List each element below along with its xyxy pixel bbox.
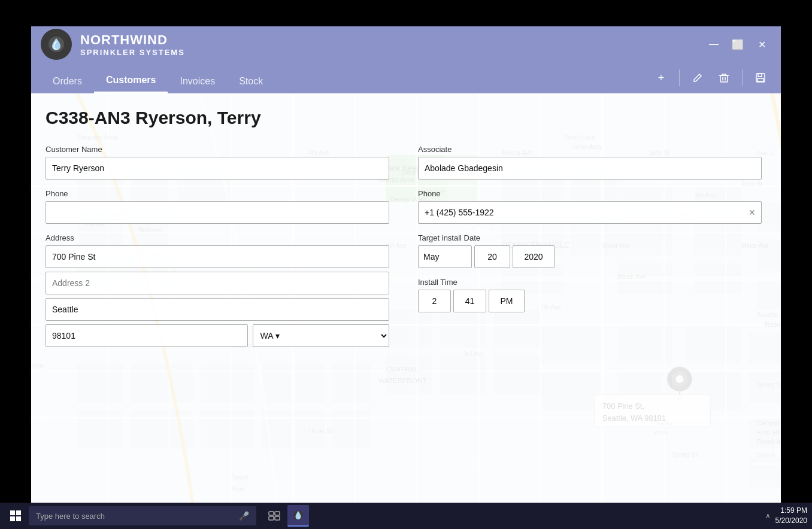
- form-right-col: Associate Phone ✕ Target install Date: [418, 145, 762, 357]
- svg-rect-138: [10, 510, 15, 515]
- phone-right-label: Phone: [418, 189, 762, 198]
- close-button[interactable]: ✕: [752, 35, 771, 54]
- phone-left-group: Phone: [46, 189, 389, 224]
- taskbar: Type here to search 🎤 ∧ 1:59 PM 5/20/202…: [0, 503, 812, 529]
- nav-bar: Orders Customers Invoices Stock +: [31, 62, 781, 93]
- target-date-group: Target install Date: [418, 233, 762, 268]
- svg-rect-139: [16, 510, 21, 515]
- phone-left-input[interactable]: [46, 201, 389, 224]
- customer-name-input[interactable]: [46, 157, 389, 180]
- phone-right-wrap: ✕: [418, 201, 762, 224]
- nav-actions: +: [650, 67, 771, 93]
- system-tray-chevron[interactable]: ∧: [765, 512, 771, 520]
- form-overlay: C338-AN3 Ryerson, Terry Customer Name Ph…: [31, 93, 781, 503]
- tab-stock[interactable]: Stock: [227, 69, 275, 93]
- date-row: [418, 245, 762, 268]
- taskbar-date-text: 5/20/2020: [775, 516, 807, 526]
- phone-icon: ✕: [749, 208, 756, 217]
- taskbar-right: ∧ 1:59 PM 5/20/2020: [765, 506, 807, 526]
- content-area: Space Needle Tourist Area Denny Way Denn…: [31, 93, 781, 503]
- associate-group: Associate: [418, 145, 762, 180]
- start-button[interactable]: [5, 505, 26, 527]
- state-select[interactable]: WA ▾ OR CA: [253, 324, 389, 347]
- app-logo: [41, 29, 72, 60]
- app-name-sub: SPRINKLER SYSTEMS: [80, 48, 185, 57]
- target-date-label: Target install Date: [418, 233, 762, 242]
- delete-button[interactable]: [713, 67, 735, 89]
- install-time-label: Install Time: [418, 278, 762, 287]
- svg-rect-3: [758, 74, 762, 77]
- svg-rect-143: [275, 512, 280, 515]
- time-row: [418, 290, 762, 312]
- save-button[interactable]: [750, 67, 771, 89]
- svg-rect-141: [16, 516, 21, 521]
- mic-icon: 🎤: [239, 511, 249, 521]
- tab-orders[interactable]: Orders: [41, 69, 94, 93]
- app-name-main: NORTHWIND: [80, 32, 185, 48]
- customer-name-group: Customer Name: [46, 145, 389, 180]
- svg-rect-1: [720, 75, 728, 82]
- search-placeholder-text: Type here to search: [36, 512, 234, 521]
- phone-right-group: Phone ✕: [418, 189, 762, 224]
- date-year-input[interactable]: [513, 245, 555, 268]
- address-group: Address WA ▾ OR CA: [46, 233, 389, 347]
- task-view-button[interactable]: [263, 505, 285, 527]
- maximize-button[interactable]: ⬜: [728, 35, 747, 54]
- zip-state-row: WA ▾ OR CA: [46, 324, 389, 347]
- customer-name-label: Customer Name: [46, 145, 389, 154]
- date-day-input[interactable]: [474, 245, 510, 268]
- associate-label: Associate: [418, 145, 762, 154]
- minimize-button[interactable]: —: [704, 35, 723, 54]
- svg-rect-142: [269, 512, 274, 515]
- address-label: Address: [46, 233, 389, 242]
- taskbar-time-text: 1:59 PM: [775, 506, 807, 516]
- taskbar-search-bar[interactable]: Type here to search 🎤: [29, 506, 256, 525]
- tab-customers[interactable]: Customers: [94, 69, 168, 93]
- add-button[interactable]: +: [650, 67, 672, 89]
- address-input[interactable]: [46, 245, 389, 268]
- date-month-input[interactable]: [418, 245, 472, 268]
- associate-input[interactable]: [418, 157, 762, 180]
- northwind-taskbar-button[interactable]: [287, 505, 309, 527]
- edit-button[interactable]: [687, 67, 708, 89]
- nav-tabs: Orders Customers Invoices Stock: [41, 69, 275, 93]
- city-input[interactable]: [46, 298, 389, 321]
- svg-rect-4: [758, 78, 763, 81]
- nav-divider-2: [742, 69, 743, 86]
- form-grid: Customer Name Phone Address: [46, 145, 762, 357]
- title-bar: NORTHWIND SPRINKLER SYSTEMS — ⬜ ✕: [31, 26, 781, 62]
- time-ampm-input[interactable]: [489, 290, 525, 312]
- install-time-group: Install Time: [418, 278, 762, 312]
- phone-right-input[interactable]: [418, 201, 762, 224]
- taskbar-clock: 1:59 PM 5/20/2020: [775, 506, 807, 526]
- time-min-input[interactable]: [453, 290, 486, 312]
- taskbar-middle: [263, 505, 309, 527]
- address2-input[interactable]: [46, 272, 389, 294]
- zip-input[interactable]: [46, 324, 248, 347]
- phone-left-label: Phone: [46, 189, 389, 198]
- nav-divider-1: [679, 69, 680, 86]
- customer-title: C338-AN3 Ryerson, Terry: [46, 108, 762, 128]
- app-name-block: NORTHWIND SPRINKLER SYSTEMS: [80, 32, 185, 57]
- time-hour-input[interactable]: [418, 290, 451, 312]
- window-controls: — ⬜ ✕: [704, 35, 771, 54]
- form-left-col: Customer Name Phone Address: [46, 145, 389, 357]
- svg-rect-145: [275, 516, 280, 520]
- tab-invoices[interactable]: Invoices: [168, 69, 227, 93]
- svg-rect-144: [269, 516, 274, 520]
- svg-rect-140: [10, 516, 15, 521]
